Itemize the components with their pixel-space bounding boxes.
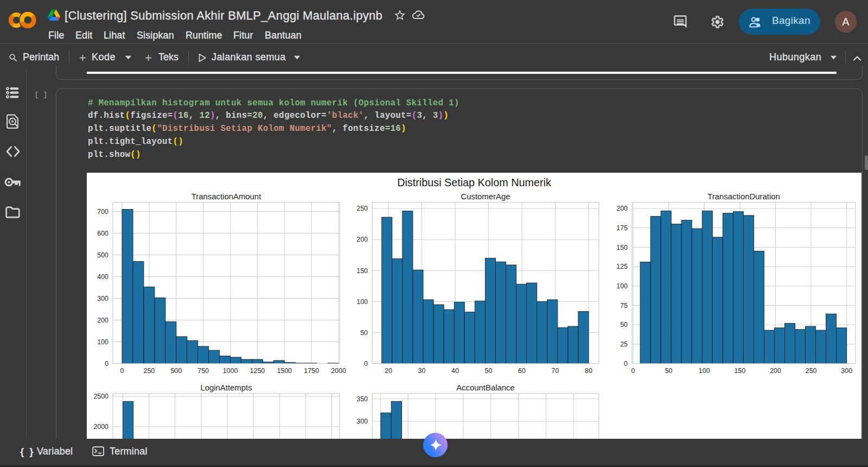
- svg-text:50: 50: [485, 367, 493, 375]
- svg-text:2500: 2500: [93, 393, 108, 400]
- svg-text:500: 500: [97, 251, 108, 259]
- svg-text:50: 50: [360, 329, 368, 337]
- svg-text:250: 250: [356, 205, 368, 212]
- svg-text:200: 200: [770, 367, 781, 375]
- svg-text:0: 0: [631, 367, 635, 375]
- svg-text:200: 200: [97, 317, 108, 324]
- svg-text:70: 70: [552, 367, 559, 375]
- svg-text:0: 0: [364, 360, 368, 368]
- svg-text:200: 200: [356, 236, 368, 243]
- svg-text:600: 600: [97, 230, 108, 237]
- svg-text:80: 80: [585, 367, 592, 375]
- svg-text:60: 60: [518, 367, 526, 375]
- svg-text:0: 0: [624, 360, 628, 368]
- svg-text:300: 300: [841, 367, 852, 375]
- svg-text:1750: 1750: [304, 367, 319, 375]
- svg-text:50: 50: [620, 321, 628, 329]
- svg-text:150: 150: [356, 267, 368, 275]
- svg-text:LoginAttempts: LoginAttempts: [200, 383, 252, 392]
- svg-text:400: 400: [97, 273, 108, 281]
- svg-text:250: 250: [144, 367, 155, 375]
- svg-text:750: 750: [197, 367, 209, 375]
- svg-text:Distribusi Setiap Kolom Numeri: Distribusi Setiap Kolom Numerik: [397, 176, 551, 188]
- svg-text:50: 50: [665, 367, 673, 375]
- svg-text:300: 300: [97, 295, 108, 302]
- svg-text:2000: 2000: [331, 367, 346, 375]
- svg-text:0: 0: [120, 367, 124, 375]
- svg-text:CustomerAge: CustomerAge: [461, 192, 510, 201]
- svg-text:125: 125: [616, 263, 628, 270]
- svg-text:175: 175: [616, 224, 628, 232]
- svg-text:0: 0: [105, 360, 108, 368]
- svg-text:150: 150: [734, 367, 745, 375]
- svg-text:2000: 2000: [93, 423, 108, 431]
- svg-text:500: 500: [170, 367, 182, 375]
- svg-text:1000: 1000: [223, 367, 238, 375]
- svg-text:100: 100: [97, 338, 108, 346]
- svg-text:100: 100: [699, 367, 710, 375]
- svg-text:20: 20: [385, 367, 392, 375]
- svg-text:25: 25: [620, 340, 628, 348]
- svg-text:1250: 1250: [250, 367, 265, 375]
- svg-text:300: 300: [356, 418, 368, 425]
- svg-text:100: 100: [356, 298, 368, 306]
- svg-text:200: 200: [616, 205, 628, 212]
- svg-text:40: 40: [451, 367, 459, 375]
- svg-text:1500: 1500: [277, 367, 292, 375]
- svg-text:700: 700: [97, 208, 108, 216]
- svg-text:30: 30: [418, 367, 426, 375]
- svg-text:AccountBalance: AccountBalance: [456, 383, 515, 392]
- svg-text:100: 100: [616, 282, 628, 290]
- svg-text:350: 350: [356, 395, 368, 403]
- svg-text:75: 75: [620, 302, 628, 310]
- svg-text:250: 250: [806, 367, 817, 375]
- svg-text:TransactionDuration: TransactionDuration: [707, 192, 780, 201]
- svg-text:150: 150: [616, 244, 628, 251]
- svg-text:TransactionAmount: TransactionAmount: [192, 192, 261, 201]
